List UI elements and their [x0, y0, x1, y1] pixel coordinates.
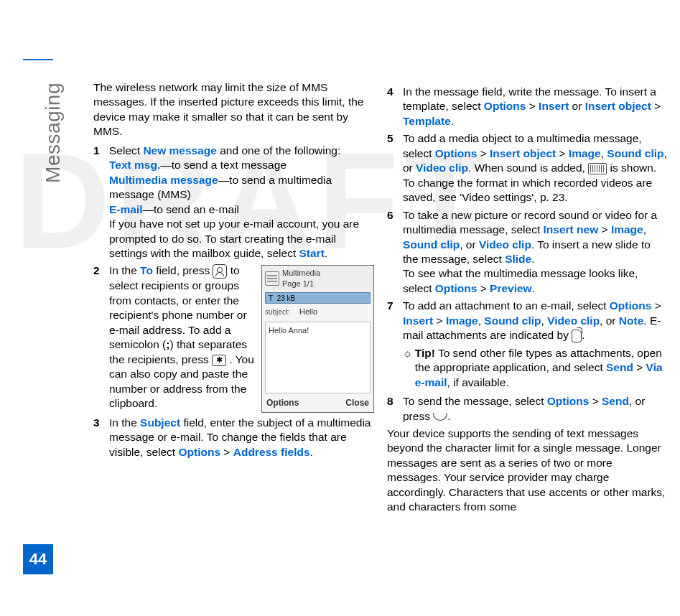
keyword-sound-clip: Sound clip [403, 238, 460, 251]
text: . [531, 253, 534, 265]
contacts-icon [213, 264, 227, 279]
text: To send the message, select [403, 395, 547, 407]
step-8-body: To send the message, select Options > Se… [403, 394, 668, 424]
text: > [433, 314, 446, 327]
screenshot-subject-row: subject: Hello [262, 305, 373, 319]
text: > [651, 100, 661, 112]
page-number: 44 [23, 544, 53, 574]
screenshot-page: Page 1/1 [282, 279, 320, 289]
text: In the [109, 416, 140, 429]
text: > [651, 299, 661, 312]
step-2-body: In the To field, press to select recipie… [109, 263, 374, 412]
text: > [589, 395, 602, 407]
keyword-options: Options [610, 299, 652, 312]
right-column: 4 In the message field, write the messag… [387, 80, 668, 519]
text: > [477, 147, 490, 159]
step-6-body: To take a new picture or record sound or… [403, 208, 668, 297]
text: . When sound is added, [468, 162, 588, 174]
step-3-body: In the Subject field, enter the subject … [109, 416, 374, 459]
text: , or [460, 238, 479, 251]
keyword-image: Image [611, 223, 643, 235]
keyword-multimedia-message: Multimedia message [109, 174, 218, 186]
keyword-image: Image [569, 147, 601, 159]
step-number-1: 1 [93, 144, 109, 261]
keyword-options: Options [484, 100, 526, 112]
text: is shown. [607, 162, 656, 174]
tip-label: Tip! [415, 347, 435, 359]
softkey-options: Options [266, 398, 299, 409]
keyword-email: E-mail [109, 203, 143, 215]
keyword-address-fields: Address fields [233, 446, 310, 458]
keyword-preview: Preview [490, 282, 532, 294]
step-number-5: 5 [387, 131, 403, 205]
keyword-subject: Subject [140, 416, 180, 429]
text: , or [600, 314, 619, 327]
text: , [541, 314, 548, 327]
text: > [526, 100, 539, 112]
screenshot-size: 23 kB [277, 294, 296, 303]
text: Select [109, 144, 143, 157]
text: —to send a text message [160, 159, 287, 171]
keyword-new-message: New message [143, 144, 217, 157]
text: or [569, 100, 584, 112]
keyword-video-clip: Video clip [416, 162, 468, 174]
step-number-7: 7 [387, 299, 403, 342]
subject-label: subject: [265, 307, 297, 317]
tip-body: Tip! To send other file types as attachm… [415, 346, 668, 390]
keyword-send: Send [602, 395, 629, 407]
keyword-text-msg: Text msg. [109, 159, 160, 171]
text: . [325, 247, 327, 259]
step-number-3: 3 [93, 416, 109, 459]
keyword-note: Note [619, 314, 643, 327]
content-columns: The wireless network may limit the size … [93, 80, 668, 519]
star-key-icon: ✱ [212, 355, 226, 366]
text: > [477, 282, 490, 294]
keyword-insert-object: Insert object [490, 147, 556, 159]
keyword-insert-object: Insert object [585, 100, 651, 112]
keyword-sound-clip: Sound clip [484, 314, 541, 327]
intro-paragraph: The wireless network may limit the size … [93, 80, 374, 139]
text: > [633, 361, 646, 373]
text: . [451, 115, 454, 127]
text: . [532, 282, 535, 294]
step-2-text: In the To field, press to select recipie… [109, 263, 254, 411]
multimedia-icon [265, 271, 279, 286]
step-1-body: Select New message and one of the follow… [109, 144, 374, 261]
keyword-template: Template [403, 115, 451, 127]
step-number-8: 8 [387, 394, 403, 424]
attachment-icon [572, 330, 582, 342]
softkey-close: Close [345, 398, 369, 409]
screenshot-header: Multimedia Page 1/1 [262, 266, 373, 291]
subject-value: Hello [299, 307, 317, 317]
text: > [556, 147, 569, 159]
screenshot-body: Hello Anna! [265, 322, 371, 393]
step-number-6: 6 [387, 208, 403, 297]
keyword-insert-new: Insert new [544, 223, 599, 235]
text: > [220, 446, 233, 458]
step-5-body: To add a media object to a multimedia me… [403, 131, 668, 205]
keyword-image: Image [446, 314, 478, 327]
keyword-options: Options [547, 395, 590, 407]
keyword-video-clip: Video clip [479, 238, 531, 251]
tip-block: ☼ Tip! To send other file types as attac… [403, 346, 668, 390]
keyword-options: Options [435, 147, 478, 159]
keyword-insert: Insert [403, 314, 433, 327]
text: In the [109, 264, 140, 276]
sound-indicator-icon [588, 163, 607, 174]
keyword-video-clip: Video clip [547, 314, 600, 327]
left-column: The wireless network may limit the size … [93, 80, 374, 519]
call-key-icon [433, 413, 447, 421]
keyword-options: Options [178, 446, 220, 458]
screenshot-softkeys: Options Close [262, 396, 373, 412]
text: , if available. [447, 376, 509, 388]
keyword-sound-clip: Sound clip [607, 147, 663, 159]
text: field, press [153, 264, 213, 276]
step-4-body: In the message field, write the message.… [403, 85, 668, 129]
keyword-slide: Slide [505, 253, 531, 265]
text: . [310, 446, 313, 458]
top-accent-line [23, 59, 53, 60]
text: > [598, 223, 611, 235]
text: To add an attachment to an e-mail, selec… [403, 299, 610, 312]
keyword-insert: Insert [539, 100, 569, 112]
screenshot-size-bar: T 23 kB [265, 292, 371, 304]
